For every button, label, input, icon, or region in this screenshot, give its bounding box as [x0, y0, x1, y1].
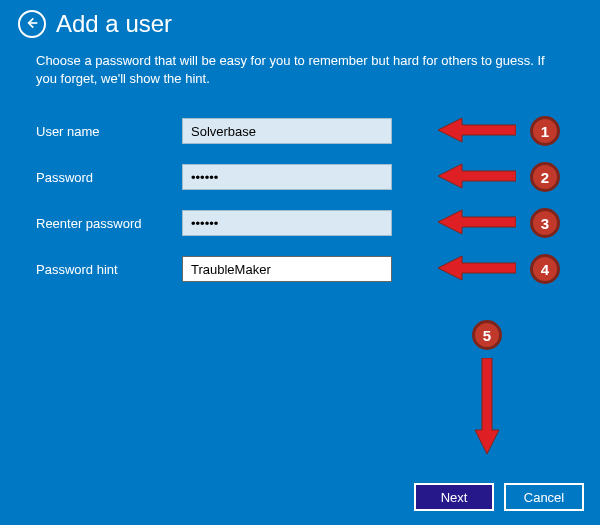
- password-hint-input[interactable]: [182, 256, 392, 282]
- callout-badge-2: 2: [530, 162, 560, 192]
- callout-badge-4: 4: [530, 254, 560, 284]
- svg-marker-3: [438, 256, 516, 280]
- reenter-password-input[interactable]: [182, 210, 392, 236]
- callout-badge-1: 1: [530, 116, 560, 146]
- arrow-left-icon: [438, 209, 516, 238]
- arrow-down-icon: [474, 358, 500, 454]
- svg-marker-2: [438, 210, 516, 234]
- callout-1: 1: [438, 116, 560, 146]
- svg-marker-4: [475, 358, 499, 454]
- callout-badge-5: 5: [472, 320, 502, 350]
- label-username: User name: [36, 124, 182, 139]
- svg-marker-1: [438, 164, 516, 188]
- callout-2: 2: [438, 162, 560, 192]
- arrow-left-icon: [438, 117, 516, 146]
- svg-marker-0: [438, 118, 516, 142]
- back-button[interactable]: [18, 10, 46, 38]
- page-subtitle: Choose a password that will be easy for …: [0, 38, 600, 88]
- label-password: Password: [36, 170, 182, 185]
- username-input[interactable]: [182, 118, 392, 144]
- next-button[interactable]: Next: [414, 483, 494, 511]
- footer-buttons: Next Cancel: [414, 483, 584, 511]
- callout-3: 3: [438, 208, 560, 238]
- callout-badge-3: 3: [530, 208, 560, 238]
- label-reenter: Reenter password: [36, 216, 182, 231]
- add-user-form: User name 1 Password 2 Reenter password: [0, 88, 600, 282]
- arrow-left-icon: [438, 163, 516, 192]
- callout-5: 5: [472, 320, 502, 454]
- row-username: User name 1: [36, 118, 564, 144]
- row-hint: Password hint 4: [36, 256, 564, 282]
- cancel-button[interactable]: Cancel: [504, 483, 584, 511]
- row-password: Password 2: [36, 164, 564, 190]
- callout-4: 4: [438, 254, 560, 284]
- back-arrow-icon: [24, 15, 40, 34]
- label-hint: Password hint: [36, 262, 182, 277]
- page-title: Add a user: [56, 10, 172, 38]
- arrow-left-icon: [438, 255, 516, 284]
- row-reenter: Reenter password 3: [36, 210, 564, 236]
- password-input[interactable]: [182, 164, 392, 190]
